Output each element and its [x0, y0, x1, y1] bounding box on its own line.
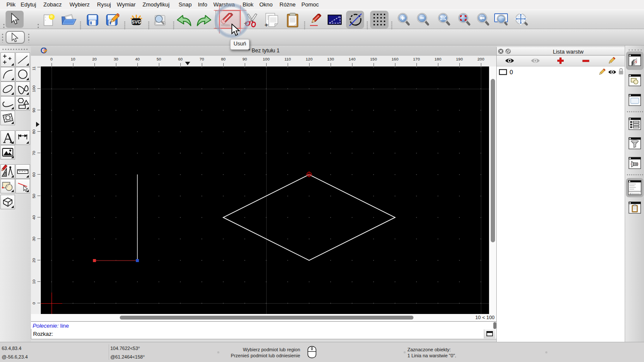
svg-text:90: 90	[243, 57, 247, 61]
svg-text:90: 90	[31, 108, 36, 113]
svg-text:20: 20	[31, 258, 36, 263]
svg-text:40: 40	[135, 57, 140, 61]
svg-text:70: 70	[31, 151, 36, 156]
svg-text:110: 110	[31, 66, 36, 71]
svg-text:0: 0	[50, 57, 52, 61]
svg-text:A: A	[634, 60, 637, 64]
svg-text:80: 80	[221, 57, 226, 61]
svg-text:80: 80	[31, 130, 36, 134]
svg-text:SVG: SVG	[131, 19, 141, 24]
svg-text:60: 60	[31, 172, 36, 177]
svg-text:10: 10	[71, 57, 76, 61]
svg-text:110: 110	[284, 57, 291, 61]
svg-text:140: 140	[349, 57, 355, 61]
svg-text:30: 30	[114, 57, 118, 61]
svg-text:170: 170	[413, 57, 420, 61]
svg-text:70: 70	[200, 57, 204, 61]
svg-text:30: 30	[31, 237, 36, 241]
svg-text:20: 20	[92, 57, 97, 61]
svg-text:60: 60	[178, 57, 183, 61]
svg-text:100: 100	[31, 85, 36, 92]
svg-text:130: 130	[327, 57, 334, 61]
svg-text:120: 120	[306, 57, 313, 61]
svg-text:c:: c:	[630, 192, 633, 195]
svg-text:100: 100	[263, 57, 270, 61]
svg-text:10: 10	[31, 280, 36, 284]
svg-text:50: 50	[157, 57, 161, 61]
svg-text:160: 160	[392, 57, 398, 61]
svg-text:190: 190	[456, 57, 463, 61]
svg-text:200: 200	[477, 57, 484, 61]
svg-text:180: 180	[434, 57, 441, 61]
svg-text:+: +	[264, 21, 268, 28]
svg-text:40: 40	[31, 215, 36, 220]
svg-text:50: 50	[31, 194, 36, 199]
svg-text:150: 150	[370, 57, 377, 61]
svg-text:0: 0	[31, 302, 36, 304]
